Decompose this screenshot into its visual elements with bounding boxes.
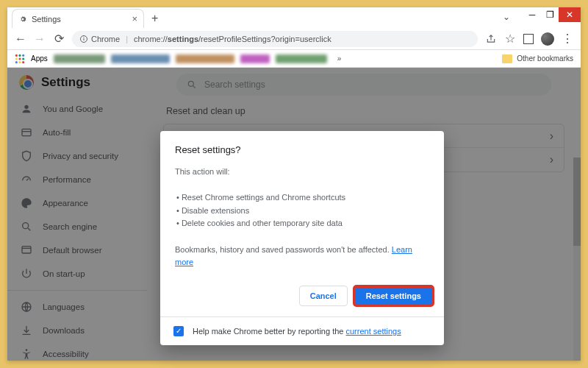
- cancel-button[interactable]: Cancel: [299, 286, 348, 306]
- reset-settings-button[interactable]: Reset settings: [354, 286, 434, 306]
- svg-point-8: [22, 57, 24, 60]
- dialog-bullet: • Reset Chrome settings and Chrome short…: [176, 191, 429, 205]
- address-bar[interactable]: Chrome | chrome://settings/resetProfileS…: [72, 31, 478, 47]
- maximize-button[interactable]: ❐: [541, 7, 559, 22]
- close-window-button[interactable]: ✕: [559, 7, 581, 22]
- svg-rect-1: [84, 38, 85, 40]
- menu-icon[interactable]: ⋮: [562, 33, 573, 45]
- svg-rect-2: [84, 37, 85, 38]
- url-scheme: Chrome: [91, 35, 120, 43]
- tab-title: Settings: [32, 15, 61, 24]
- tabs-dropdown-icon[interactable]: ⌄: [503, 12, 510, 22]
- svg-point-7: [18, 57, 21, 60]
- folder-icon: [502, 54, 512, 63]
- new-tab-button[interactable]: +: [151, 12, 158, 25]
- overflow-icon[interactable]: »: [337, 54, 342, 63]
- dialog-bullet: • Disable extensions: [176, 205, 429, 218]
- dialog-bullet: • Delete cookies and other temporary sit…: [176, 217, 429, 230]
- minimize-button[interactable]: ─: [523, 7, 541, 22]
- other-bookmarks[interactable]: Other bookmarks: [502, 54, 573, 63]
- profile-avatar[interactable]: [541, 32, 554, 46]
- reset-settings-dialog: Reset settings? This action will: • Rese…: [160, 131, 444, 345]
- report-checkbox[interactable]: ✓: [173, 326, 184, 336]
- extensions-icon[interactable]: [523, 34, 534, 44]
- info-icon: [79, 35, 88, 43]
- bookmark-star-icon[interactable]: ☆: [504, 33, 516, 45]
- svg-point-6: [15, 57, 18, 60]
- back-button[interactable]: ←: [15, 33, 26, 45]
- share-icon[interactable]: [485, 33, 497, 45]
- browser-tab[interactable]: Settings ×: [12, 9, 144, 28]
- dialog-note: Bookmarks, history and saved passwords w…: [175, 245, 392, 254]
- gear-icon: [18, 15, 27, 24]
- bookmarks-bar: Apps » Other bookmarks: [7, 50, 581, 68]
- svg-point-11: [22, 61, 24, 63]
- dialog-intro: This action will:: [175, 166, 429, 179]
- svg-point-10: [18, 61, 21, 63]
- close-tab-icon[interactable]: ×: [132, 13, 137, 24]
- dialog-title: Reset settings?: [175, 144, 429, 155]
- forward-button[interactable]: →: [34, 33, 46, 45]
- report-label: Help make Chrome better by reporting the…: [193, 327, 401, 336]
- browser-toolbar: ← → ⟳ Chrome | chrome://settings/resetPr…: [7, 28, 581, 50]
- apps-icon[interactable]: [15, 54, 25, 64]
- svg-point-3: [15, 54, 18, 56]
- reload-button[interactable]: ⟳: [53, 33, 65, 45]
- window-titlebar: Settings × + ⌄ ─ ❐ ✕: [7, 7, 581, 28]
- current-settings-link[interactable]: current settings: [346, 327, 401, 336]
- svg-point-9: [15, 61, 18, 63]
- svg-point-4: [18, 54, 21, 56]
- apps-label[interactable]: Apps: [31, 54, 48, 63]
- svg-point-5: [22, 54, 24, 56]
